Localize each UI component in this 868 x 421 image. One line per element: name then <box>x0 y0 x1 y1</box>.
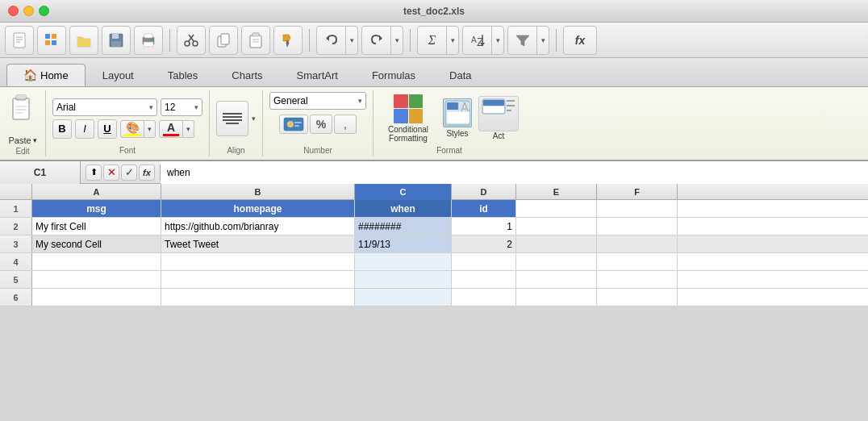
redo-button[interactable]: ▾ <box>361 26 403 55</box>
open-button[interactable] <box>69 26 98 55</box>
tab-home[interactable]: 🏠 Home <box>6 64 86 86</box>
tab-tables[interactable]: Tables <box>151 64 215 86</box>
paste-toolbar-button[interactable] <box>241 26 270 55</box>
row-number[interactable]: 2 <box>0 218 32 235</box>
cell-a3[interactable]: My second Cell <box>32 236 161 252</box>
cell-c5[interactable] <box>355 271 452 288</box>
formula-function-button[interactable]: fx <box>139 165 155 181</box>
col-header-a[interactable]: A <box>32 184 161 200</box>
print-button[interactable] <box>134 26 163 55</box>
highlight-button[interactable]: 🎨 <box>120 120 144 138</box>
close-button[interactable] <box>8 6 19 16</box>
cell-f2[interactable] <box>597 218 678 235</box>
formula-cancel-button[interactable]: ✕ <box>103 165 119 181</box>
new-button[interactable] <box>5 26 34 55</box>
cell-a4[interactable] <box>32 253 161 270</box>
row-number[interactable]: 4 <box>0 253 32 270</box>
font-color-button[interactable]: A <box>159 120 183 138</box>
comma-button[interactable]: , <box>334 115 357 134</box>
cell-c4[interactable] <box>355 253 452 270</box>
cell-c3[interactable]: 11/9/13 <box>355 236 452 252</box>
undo-button[interactable]: ▾ <box>316 26 358 55</box>
corner-cell[interactable] <box>0 184 32 200</box>
cell-d4[interactable] <box>452 253 516 270</box>
maximize-button[interactable] <box>39 6 49 16</box>
col-header-f[interactable]: F <box>597 184 678 200</box>
align-button[interactable] <box>216 101 248 136</box>
format-painter-button[interactable] <box>273 26 303 55</box>
cell-d5[interactable] <box>452 271 516 288</box>
row-number[interactable]: 3 <box>0 236 32 252</box>
formula-nav-button[interactable]: ⬆ <box>86 165 102 181</box>
tab-formulas[interactable]: Formulas <box>355 64 432 86</box>
row-number[interactable]: 5 <box>0 271 32 288</box>
row-number[interactable]: 6 <box>0 289 32 306</box>
cell-f5[interactable] <box>597 271 678 288</box>
cell-f1[interactable] <box>597 200 678 217</box>
save-button[interactable] <box>102 26 131 55</box>
cell-e1[interactable] <box>516 200 597 217</box>
cell-f3[interactable] <box>597 236 678 252</box>
cell-d2[interactable]: 1 <box>452 218 516 235</box>
cell-d1[interactable]: id <box>452 200 516 217</box>
filter-button[interactable]: ▾ <box>507 26 549 55</box>
cell-c6[interactable] <box>355 289 452 306</box>
percent-button[interactable]: % <box>310 115 332 134</box>
highlight-arrow[interactable]: ▾ <box>144 120 156 138</box>
tab-charts[interactable]: Charts <box>215 64 279 86</box>
cell-e5[interactable] <box>516 271 597 288</box>
cell-b3[interactable]: Tweet Tweet <box>161 236 355 252</box>
tab-layout[interactable]: Layout <box>86 64 151 86</box>
conditional-formatting-button[interactable]: ConditionalFormatting <box>380 94 436 143</box>
sort-button[interactable]: A Z ▾ <box>462 26 504 55</box>
font-color-arrow[interactable]: ▾ <box>183 120 194 138</box>
cell-b6[interactable] <box>161 289 355 306</box>
font-name-select[interactable]: Arial ▾ <box>52 98 157 116</box>
tab-smartart[interactable]: SmartArt <box>280 64 355 86</box>
styles-button[interactable]: Styles <box>443 98 472 138</box>
cell-f6[interactable] <box>597 289 678 306</box>
cell-e6[interactable] <box>516 289 597 306</box>
cell-b1[interactable]: homepage <box>161 200 355 217</box>
cut-button[interactable] <box>177 26 206 55</box>
grid-button[interactable] <box>37 26 66 55</box>
cell-c2[interactable]: ######## <box>355 218 452 235</box>
formula-input[interactable]: when <box>161 161 868 184</box>
bold-button[interactable]: B <box>52 119 72 139</box>
cell-a5[interactable] <box>32 271 161 288</box>
italic-button[interactable]: I <box>75 119 94 139</box>
cell-e4[interactable] <box>516 253 597 270</box>
cell-d3[interactable]: 2 <box>452 236 516 252</box>
cell-b2[interactable]: https://github.com/brianray <box>161 218 355 235</box>
currency-button[interactable] <box>279 115 308 134</box>
cell-e3[interactable] <box>516 236 597 252</box>
cell-a2[interactable]: My first Cell <box>32 218 161 235</box>
actions-button[interactable] <box>478 96 519 131</box>
align-dropdown-arrow[interactable]: ▾ <box>252 115 256 123</box>
number-format-select[interactable]: General ▾ <box>269 92 366 110</box>
underline-button[interactable]: U <box>98 119 117 139</box>
col-header-b[interactable]: B <box>161 184 355 200</box>
font-size-select[interactable]: 12 ▾ <box>161 98 202 116</box>
col-header-d[interactable]: D <box>452 184 516 200</box>
paste-button[interactable]: Paste ▾ <box>6 92 39 145</box>
svg-rect-22 <box>250 35 261 48</box>
minimize-button[interactable] <box>23 6 34 16</box>
col-header-c[interactable]: C <box>355 184 452 200</box>
tab-data[interactable]: Data <box>432 64 488 86</box>
cell-b5[interactable] <box>161 271 355 288</box>
cell-c1[interactable]: when <box>355 200 452 217</box>
cell-a1[interactable]: msg <box>32 200 161 217</box>
cell-f4[interactable] <box>597 253 678 270</box>
cell-d6[interactable] <box>452 289 516 306</box>
formula-confirm-button[interactable]: ✓ <box>121 165 137 181</box>
sum-button[interactable]: Σ ▾ <box>417 26 459 55</box>
cell-b4[interactable] <box>161 253 355 270</box>
function-button[interactable]: fx <box>563 26 597 55</box>
cell-reference[interactable]: C1 <box>0 161 81 184</box>
cell-e2[interactable] <box>516 218 597 235</box>
copy-button[interactable] <box>209 26 238 55</box>
cell-a6[interactable] <box>32 289 161 306</box>
row-number[interactable]: 1 <box>0 200 32 217</box>
col-header-e[interactable]: E <box>516 184 597 200</box>
